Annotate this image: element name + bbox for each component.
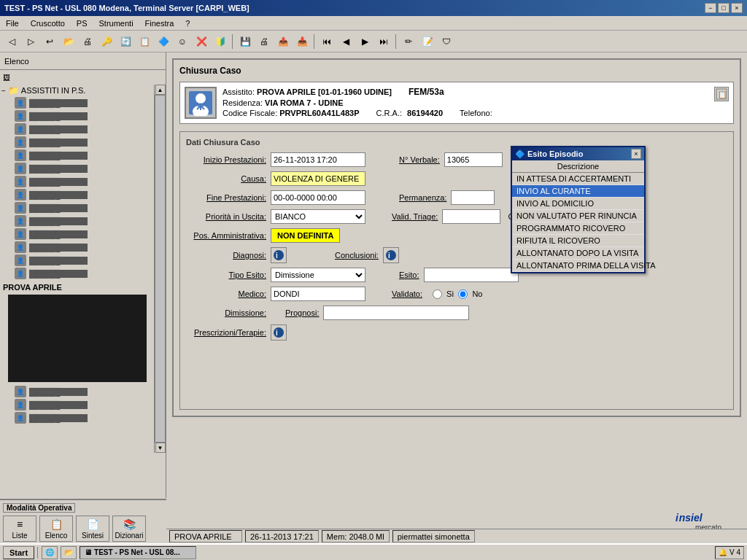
sidebar-scrollbar[interactable]: ▲ ▼ <box>154 85 166 453</box>
menu-cruscotto[interactable]: Cruscotto <box>28 18 68 28</box>
toolbar-btn7[interactable]: 🔄 <box>117 34 134 50</box>
toolbar-btn12[interactable]: 🔰 <box>212 34 229 50</box>
toolbar-save[interactable]: 💾 <box>236 34 254 50</box>
menu-finestra[interactable]: Finestra <box>142 18 177 28</box>
list-item[interactable]: 👤██████ <box>12 267 154 280</box>
verbale-label: N° Verbale: <box>399 155 440 164</box>
tree-assistiti[interactable]: − 📁 ASSISTITI IN P.S. <box>0 85 154 96</box>
list-item[interactable]: 👤██████ <box>12 398 154 411</box>
toolbar-forward[interactable]: ▷ <box>22 34 39 50</box>
prescrizioni-icon-button[interactable]: i <box>271 324 287 341</box>
start-button[interactable]: Start <box>3 546 34 559</box>
toolbar-edit3[interactable]: 🛡 <box>438 34 455 50</box>
left-panel: Elenco 🖼 − 📁 ASSISTITI IN P.S. 👤██████ 👤… <box>0 52 166 498</box>
list-item[interactable]: 👤██████ <box>12 201 154 214</box>
list-item[interactable]: 👤██████ <box>12 149 154 162</box>
menu-help[interactable]: ? <box>182 18 193 28</box>
scroll-down[interactable]: ▼ <box>155 443 166 453</box>
toolbar-nav2[interactable]: ◀ <box>337 34 355 50</box>
patient-name: ██████ <box>29 139 88 147</box>
toolbar-print[interactable]: 🖨 <box>255 34 273 50</box>
list-item[interactable]: 👤██████ <box>12 385 154 398</box>
fine-input[interactable] <box>271 190 365 205</box>
list-item[interactable]: 👤██████ <box>12 411 154 424</box>
radio-si[interactable] <box>433 289 442 299</box>
menu-file[interactable]: File <box>3 18 22 28</box>
esito-item-5[interactable]: RIFIUTA IL RICOVERO <box>512 235 644 247</box>
app-taskbar-button[interactable]: 🖥 TEST - PS Net - USL 08... <box>80 546 196 559</box>
close-window-button[interactable]: × <box>731 3 743 13</box>
toolbar-btn6[interactable]: 🔑 <box>98 34 115 50</box>
explorer-button[interactable]: 📂 <box>61 546 77 559</box>
toolbar-edit2[interactable]: 📝 <box>419 34 436 50</box>
tipo-esito-select[interactable]: Dimissione Ricovero Trasferimento <box>271 268 365 282</box>
esito-close-button[interactable]: × <box>631 149 641 159</box>
ie-button[interactable]: 🌐 <box>42 546 58 559</box>
toolbar-btn9[interactable]: 🔷 <box>155 34 172 50</box>
list-item[interactable]: 👤██████ <box>12 228 154 241</box>
list-item[interactable]: 👤██████ <box>12 214 154 228</box>
esito-input[interactable] <box>424 268 519 282</box>
pos-amm-button[interactable]: NON DEFINITA <box>271 228 340 243</box>
toolbar-import[interactable]: 📥 <box>293 34 311 50</box>
list-item[interactable]: 👤██████ <box>12 136 154 149</box>
esito-item-1[interactable]: INVIO AL CURANTE <box>512 185 644 198</box>
radio-no[interactable] <box>458 289 468 299</box>
patient-list-scroll[interactable]: − 📁 ASSISTITI IN P.S. 👤██████ 👤██████ 👤█… <box>0 85 154 453</box>
list-item[interactable]: 👤██████ <box>12 188 154 201</box>
toolbar-btn3[interactable]: ↩ <box>41 34 58 50</box>
elenco-button[interactable]: 📋 Elenco <box>39 516 73 542</box>
list-item[interactable]: 👤██████ <box>12 241 154 254</box>
pos-amm-label: Pos. Amministrativa: <box>186 231 266 240</box>
priorita-select[interactable]: BIANCO VERDE GIALLO ROSSO <box>271 209 365 224</box>
toolbar-nav4[interactable]: ⏭ <box>375 34 392 50</box>
liste-button[interactable]: ≡ Liste <box>3 516 36 542</box>
medico-input[interactable] <box>271 287 365 301</box>
patient-name: ██████ <box>29 165 88 173</box>
avatar: 👤 <box>15 97 26 109</box>
toolbar-export[interactable]: 📤 <box>274 34 292 50</box>
toolbar-btn4[interactable]: 📂 <box>60 34 77 50</box>
toolbar-nav1[interactable]: ⏮ <box>318 34 336 50</box>
list-item[interactable]: 👤██████ <box>12 96 154 109</box>
inizio-input[interactable] <box>271 152 365 167</box>
esito-item-4[interactable]: PROGRAMMATO RICOVERO <box>512 222 644 235</box>
valid-triage-input[interactable] <box>442 209 500 224</box>
prescrizioni-icon: i <box>273 327 285 338</box>
menu-ps[interactable]: PS <box>74 18 90 28</box>
conclusioni-icon-button[interactable]: i <box>383 247 399 263</box>
tree-expand-icon[interactable]: 🖼 <box>3 74 10 82</box>
prognosi-input[interactable] <box>323 306 469 320</box>
assistito-label: Assistito: <box>222 88 255 96</box>
esito-item-2[interactable]: INVIO AL DOMICILIO <box>512 198 644 210</box>
list-item[interactable]: 👤██████ <box>12 109 154 122</box>
esito-item-6[interactable]: ALLONTANATO DOPO LA VISITA <box>512 247 644 260</box>
toolbar-btn5[interactable]: 🖨 <box>79 34 96 50</box>
toolbar-btn11[interactable]: ❌ <box>193 34 210 50</box>
esito-item-7[interactable]: ALLONTANATO PRIMA DELLA VISITA <box>512 260 644 272</box>
prescrizioni-label: Prescrizioni/Terapie: <box>186 328 266 337</box>
scroll-thumb[interactable] <box>155 95 166 443</box>
scroll-up[interactable]: ▲ <box>155 85 166 95</box>
causa-input[interactable] <box>271 171 365 186</box>
patient-action-icon[interactable]: 📋 <box>714 87 729 101</box>
esito-item-3[interactable]: NON VALUTATO PER RINUNCIA <box>512 210 644 222</box>
dizionari-button[interactable]: 📚 Dizionari <box>112 516 146 542</box>
toolbar-edit1[interactable]: ✏ <box>400 34 417 50</box>
maximize-button[interactable]: □ <box>718 3 729 13</box>
toolbar-back[interactable]: ◁ <box>3 34 20 50</box>
list-item[interactable]: 👤██████ <box>12 254 154 267</box>
permanenza-input[interactable] <box>451 190 495 205</box>
diagnosi-icon-button[interactable]: i <box>271 247 287 263</box>
toolbar-nav3[interactable]: ▶ <box>356 34 374 50</box>
sintesi-button[interactable]: 📄 Sintesi <box>76 516 109 542</box>
toolbar-btn10[interactable]: ☺ <box>174 34 191 50</box>
list-item[interactable]: 👤██████ <box>12 122 154 136</box>
menu-strumenti[interactable]: Strumenti <box>96 18 136 28</box>
list-item[interactable]: 👤██████ <box>12 162 154 175</box>
esito-item-0[interactable]: IN ATTESA DI ACCERTAMENTI <box>512 173 644 185</box>
minimize-button[interactable]: − <box>705 3 716 13</box>
toolbar-btn8[interactable]: 📋 <box>136 34 153 50</box>
verbale-input[interactable] <box>444 152 503 167</box>
list-item[interactable]: 👤██████ <box>12 175 154 188</box>
